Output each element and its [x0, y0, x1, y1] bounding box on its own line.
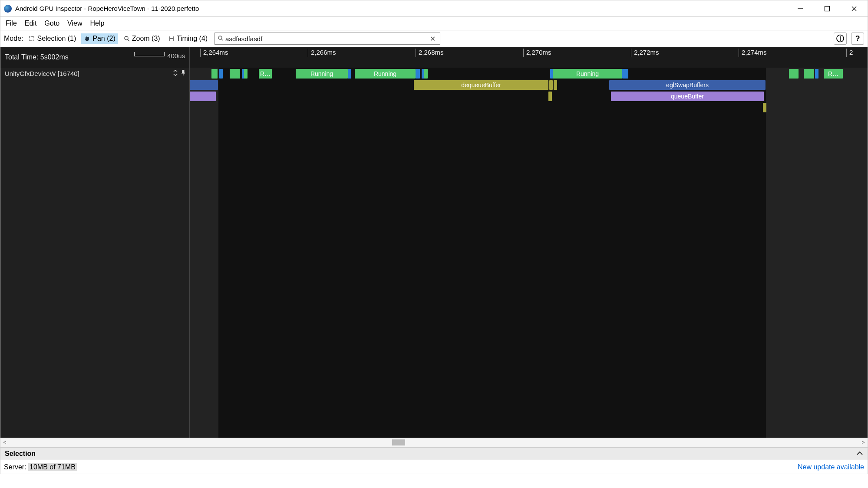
search-box[interactable]: ✕ [215, 33, 440, 45]
svg-line-6 [128, 39, 129, 41]
slice[interactable] [190, 80, 218, 90]
slice[interactable] [190, 92, 216, 101]
slice-sleep[interactable] [348, 69, 351, 79]
chevron-up-icon[interactable] [856, 450, 863, 458]
slice[interactable] [549, 80, 553, 90]
mode-timing-label: Timing (4) [177, 35, 208, 43]
thread-state-row: R… Running Running Running R… [190, 69, 868, 79]
app-icon [4, 5, 12, 13]
slice-running[interactable] [230, 69, 240, 79]
tick: 2,266ms [308, 49, 336, 57]
server-prefix: Server: [4, 463, 26, 471]
svg-rect-1 [825, 6, 830, 11]
timeline: Total Time: 5s002ms 400us 2,264ms 2,266m… [0, 47, 868, 438]
search-input[interactable] [224, 35, 428, 43]
search-icon [218, 35, 224, 43]
slice-sleep[interactable] [622, 69, 628, 79]
slice[interactable] [548, 92, 552, 101]
clear-search-icon[interactable]: ✕ [428, 35, 437, 43]
update-link[interactable]: New update available [798, 463, 864, 471]
server-memory-value: 10MB of 71MB [28, 463, 77, 471]
slice-dequeue[interactable]: dequeueBuffer [414, 80, 548, 90]
minimize-button[interactable] [787, 1, 814, 16]
collapse-icon[interactable] [173, 70, 178, 77]
scroll-thumb[interactable] [392, 439, 405, 445]
pin-icon[interactable] [181, 70, 186, 77]
tick: 2,268ms [416, 49, 444, 57]
slice-running[interactable] [244, 69, 248, 79]
svg-line-11 [221, 39, 223, 40]
svg-rect-4 [30, 36, 34, 41]
selection-title: Selection [5, 450, 36, 458]
total-time: Total Time: 5s002ms [5, 53, 69, 61]
menu-goto[interactable]: Goto [41, 18, 63, 29]
mode-zoom[interactable]: Zoom (3) [121, 33, 163, 44]
scroll-track[interactable] [9, 438, 859, 447]
slice-running[interactable] [211, 69, 218, 79]
slice[interactable] [763, 103, 766, 112]
titlebar: Android GPU Inspector - RopeHeroViceTown… [0, 0, 868, 16]
menu-view[interactable]: View [64, 18, 86, 29]
slice-running[interactable]: Running [355, 69, 416, 79]
window-controls [787, 1, 868, 16]
svg-point-5 [125, 36, 128, 40]
close-button[interactable] [841, 1, 868, 16]
selection-panel-header[interactable]: Selection [0, 447, 868, 460]
menu-file[interactable]: File [2, 18, 20, 29]
track-label-unitygfx[interactable]: UnityGfxDeviceW [16740] [0, 68, 189, 79]
menubar: File Edit Goto View Help [0, 16, 868, 30]
slice-sleep[interactable] [219, 69, 223, 79]
ruler-left: Total Time: 5s002ms 400us [0, 47, 190, 68]
slice-row-3 [190, 102, 868, 113]
slice-sleep[interactable] [815, 69, 818, 79]
mode-zoom-label: Zoom (3) [132, 35, 160, 43]
mode-pan[interactable]: Pan (2) [81, 33, 118, 44]
timing-icon [168, 35, 175, 42]
slice-running[interactable]: Running [553, 69, 622, 79]
time-ruler[interactable]: Total Time: 5s002ms 400us 2,264ms 2,266m… [0, 47, 868, 68]
maximize-button[interactable] [814, 1, 841, 16]
info-button[interactable]: ⓘ [834, 33, 847, 45]
selection-icon [28, 35, 35, 42]
slice-queue[interactable]: queueBuffer [611, 92, 764, 101]
statusbar: Server: 10MB of 71MB New update availabl… [0, 460, 868, 474]
slice-eglswap[interactable]: eglSwapBuffers [609, 80, 766, 90]
slice-running[interactable]: Running [296, 69, 348, 79]
mode-selection[interactable]: Selection (1) [26, 33, 79, 44]
scale-indicator: 400us [134, 52, 185, 59]
mode-selection-label: Selection (1) [37, 35, 76, 43]
help-button[interactable]: ? [851, 33, 864, 45]
slice-running[interactable] [424, 69, 428, 79]
track-labels: UnityGfxDeviceW [16740] [0, 68, 190, 438]
scroll-right-icon[interactable]: > [859, 439, 868, 445]
menu-edit[interactable]: Edit [21, 18, 40, 29]
track-content[interactable]: R… Running Running Running R… dequeueBuf… [190, 68, 868, 438]
viewport-edge-left [190, 68, 218, 438]
slice-running[interactable]: R… [824, 69, 843, 79]
scroll-left-icon[interactable]: < [0, 439, 9, 445]
scale-label: 400us [167, 52, 185, 59]
pan-icon [84, 35, 91, 42]
mode-label: Mode: [4, 35, 23, 43]
ruler-ticks: 2,264ms 2,266ms 2,268ms 2,270ms 2,272ms … [190, 47, 868, 59]
window-title: Android GPU Inspector - RopeHeroViceTown… [15, 5, 787, 12]
tick: 2,264ms [200, 49, 228, 57]
slice-running[interactable] [804, 69, 814, 79]
tick: 2 [846, 49, 853, 57]
slice[interactable] [554, 80, 557, 90]
horizontal-scrollbar[interactable]: < > [0, 438, 868, 447]
track-name: UnityGfxDeviceW [16740] [5, 70, 79, 77]
tick: 2,272ms [631, 49, 659, 57]
server-memory: Server: 10MB of 71MB [4, 463, 77, 471]
tick: 2,274ms [739, 49, 767, 57]
slice-row-1: dequeueBuffer eglSwapBuffers [190, 80, 868, 90]
svg-point-10 [218, 36, 222, 39]
slice-running[interactable] [789, 69, 799, 79]
slice-running[interactable]: R… [259, 69, 272, 79]
tick: 2,270ms [523, 49, 551, 57]
menu-help[interactable]: Help [86, 18, 108, 29]
slice-row-2: queueBuffer [190, 91, 868, 102]
mode-timing[interactable]: Timing (4) [165, 33, 210, 44]
ruler-right[interactable]: 2,264ms 2,266ms 2,268ms 2,270ms 2,272ms … [190, 47, 868, 68]
slice-sleep[interactable] [416, 69, 420, 79]
